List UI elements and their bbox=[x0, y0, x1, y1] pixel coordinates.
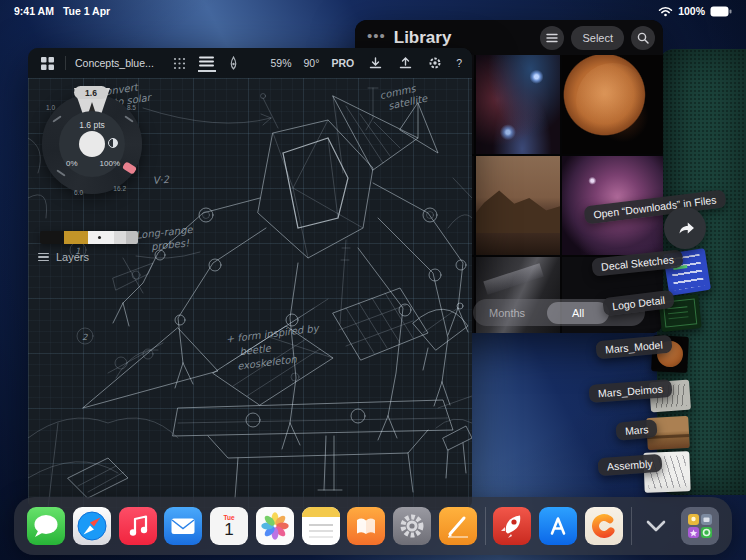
tool-wheel[interactable]: 1.6 1.0 8.5 6.0 16.2 1.6 pts 0% 100% bbox=[40, 86, 144, 196]
messages-icon bbox=[27, 507, 65, 545]
select-button[interactable]: Select bbox=[571, 26, 624, 50]
search-button[interactable] bbox=[631, 26, 655, 50]
side-view-robot-sketch bbox=[83, 240, 468, 498]
dock-icon-concepts[interactable] bbox=[585, 507, 623, 545]
battery-icon bbox=[710, 6, 732, 17]
dock-icon-app-library[interactable] bbox=[681, 507, 719, 545]
forward-arrow-icon bbox=[674, 219, 696, 237]
opacity-min: 0% bbox=[66, 159, 78, 168]
photo-horsehead-nebula[interactable] bbox=[476, 55, 560, 154]
export-button[interactable] bbox=[396, 54, 414, 72]
size-label-3: 6.0 bbox=[74, 189, 83, 196]
size-label-4: 16.2 bbox=[113, 185, 126, 192]
more-options-button[interactable]: ••• bbox=[367, 27, 386, 44]
help-button[interactable]: ? bbox=[456, 57, 462, 69]
annotation-probes-2: probes! bbox=[151, 237, 191, 253]
mail-envelope-icon bbox=[164, 507, 202, 545]
dock-icon-mail[interactable] bbox=[164, 507, 202, 545]
zoom-level[interactable]: 59% bbox=[270, 57, 291, 69]
concepts-toolbar: Concepts_blue... 59% bbox=[28, 48, 472, 78]
doodle-number-2: 2 bbox=[82, 332, 88, 342]
chevron-down-icon bbox=[646, 520, 666, 532]
stacked-lines-icon bbox=[199, 56, 214, 67]
dock-divider-1 bbox=[485, 507, 486, 545]
photo-mars-planet[interactable] bbox=[562, 55, 663, 154]
size-label-2: 8.5 bbox=[127, 104, 136, 111]
share-drop-button[interactable] bbox=[664, 207, 706, 249]
import-button[interactable] bbox=[366, 54, 384, 72]
gallery-button[interactable] bbox=[38, 54, 56, 72]
concepts-c-icon bbox=[585, 507, 623, 545]
main-robot-sketch bbox=[113, 94, 468, 450]
opacity-max: 100% bbox=[100, 159, 120, 168]
pro-badge[interactable]: PRO bbox=[331, 57, 354, 69]
annotation-version: V·2 bbox=[152, 174, 170, 186]
safari-icon bbox=[73, 507, 111, 545]
drag-label-mars[interactable]: Mars bbox=[615, 419, 658, 441]
share-export-icon bbox=[399, 57, 412, 70]
wifi-icon bbox=[658, 6, 673, 17]
pen-icon bbox=[439, 507, 477, 545]
search-icon bbox=[637, 32, 649, 44]
ipad-screen: 9:41 AM Tue 1 Apr 100% ••• bbox=[0, 0, 746, 560]
swatch-gray[interactable] bbox=[126, 231, 138, 244]
dot-grid-icon bbox=[173, 57, 186, 70]
layers-icon bbox=[38, 253, 49, 262]
pen-nib-icon bbox=[227, 56, 240, 70]
swatch-light-gray[interactable] bbox=[114, 231, 126, 244]
view-options-button[interactable] bbox=[540, 26, 564, 50]
swatch-white-selected[interactable] bbox=[88, 231, 114, 244]
handwritten-annotations: convert to solar V·2 comms satellite Lon… bbox=[99, 80, 429, 373]
gear-icon bbox=[428, 56, 442, 70]
selected-dot bbox=[98, 236, 101, 239]
layers-panel-button[interactable] bbox=[198, 54, 216, 72]
color-well[interactable] bbox=[79, 131, 105, 157]
calendar-day: 1 bbox=[224, 521, 233, 539]
color-swatch-bar bbox=[40, 231, 138, 244]
photos-flower-icon bbox=[256, 507, 294, 545]
menu-icon bbox=[546, 33, 558, 43]
app-library-icon bbox=[681, 507, 719, 545]
rotation-value[interactable]: 90° bbox=[304, 57, 320, 69]
dock-icon-messages[interactable] bbox=[27, 507, 65, 545]
settings-button[interactable] bbox=[426, 54, 444, 72]
dock-icon-rocket[interactable] bbox=[493, 507, 531, 545]
status-time: 9:41 AM bbox=[14, 5, 54, 17]
size-label-1: 1.0 bbox=[46, 104, 55, 111]
annotation-form-2: beetle bbox=[239, 342, 272, 357]
dock: Tue 1 bbox=[14, 497, 732, 555]
settings-gear-icon bbox=[393, 507, 431, 545]
status-date: Tue 1 Apr bbox=[63, 5, 110, 17]
photo-mars-landscape[interactable] bbox=[476, 156, 560, 255]
segment-all[interactable]: All bbox=[547, 302, 609, 324]
blend-mode-icon[interactable] bbox=[108, 138, 118, 148]
dock-collapse-button[interactable] bbox=[639, 507, 673, 545]
document-title[interactable]: Concepts_blue... bbox=[75, 57, 154, 69]
layers-label: Layers bbox=[56, 251, 89, 263]
app-grid-icon bbox=[41, 57, 54, 70]
annotation-form-1: + form inspired by bbox=[225, 322, 320, 345]
pen-tool-button[interactable] bbox=[225, 54, 243, 72]
app-store-icon bbox=[539, 507, 577, 545]
layers-toggle[interactable]: Layers bbox=[38, 251, 89, 263]
status-bar: 9:41 AM Tue 1 Apr 100% bbox=[0, 0, 746, 22]
dock-icon-settings[interactable] bbox=[393, 507, 431, 545]
stroke-size-label: 1.6 pts bbox=[59, 120, 125, 130]
dock-icon-photos[interactable] bbox=[256, 507, 294, 545]
dock-icon-safari[interactable] bbox=[73, 507, 111, 545]
dock-icon-books[interactable] bbox=[347, 507, 385, 545]
dock-icon-music[interactable] bbox=[119, 507, 157, 545]
segment-months[interactable]: Months bbox=[473, 307, 541, 319]
books-icon bbox=[347, 507, 385, 545]
swatch-gold[interactable] bbox=[64, 231, 88, 244]
precision-grid-button[interactable] bbox=[171, 54, 189, 72]
dock-icon-notes[interactable] bbox=[302, 507, 340, 545]
tool-wheel-inner[interactable]: 1.6 pts 0% 100% bbox=[59, 111, 125, 177]
dock-icon-app-store[interactable] bbox=[539, 507, 577, 545]
dock-icon-pages[interactable] bbox=[439, 507, 477, 545]
swatch-black[interactable] bbox=[40, 231, 64, 244]
toolbar-separator bbox=[65, 56, 66, 70]
active-size-badge: 1.6 bbox=[74, 86, 108, 99]
battery-percent: 100% bbox=[678, 5, 705, 17]
dock-icon-calendar[interactable]: Tue 1 bbox=[210, 507, 248, 545]
